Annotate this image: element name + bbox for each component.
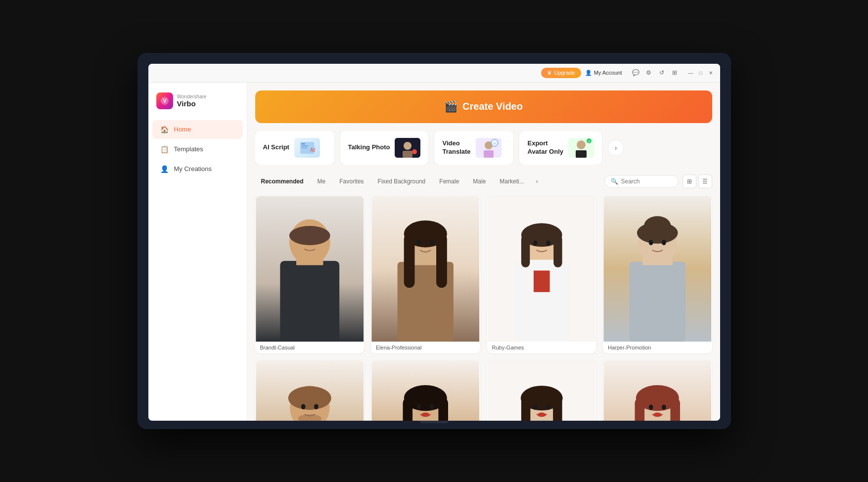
svg-point-60 bbox=[288, 386, 331, 410]
svg-point-73 bbox=[421, 412, 430, 417]
avatar-card-5[interactable] bbox=[255, 360, 365, 421]
app-body: V Wondershare Virbo 🏠 Home 📋 Templates bbox=[148, 83, 720, 421]
svg-point-55 bbox=[662, 240, 666, 245]
logo-area: V Wondershare Virbo bbox=[148, 88, 247, 119]
window-controls: — □ ✕ bbox=[687, 69, 714, 76]
filter-tab-recommended[interactable]: Recommended bbox=[255, 175, 310, 187]
svg-point-35 bbox=[417, 240, 421, 245]
refresh-icon[interactable]: ↺ bbox=[658, 69, 666, 77]
svg-rect-87 bbox=[642, 420, 673, 421]
avatar-name-brandt: Brandt-Casual bbox=[255, 342, 365, 353]
templates-icon: 📋 bbox=[160, 145, 169, 154]
svg-rect-77 bbox=[526, 420, 556, 421]
filter-tabs: Recommended Me Favorites Fixed Backgroun… bbox=[255, 175, 604, 187]
svg-point-62 bbox=[314, 404, 318, 409]
avatar-card-harper[interactable]: Harper-Promotion bbox=[603, 196, 712, 353]
chevron-right-icon: › bbox=[615, 144, 617, 152]
create-video-icon: 🎬 bbox=[444, 100, 457, 113]
titlebar-actions: ♛ Upgrade 👤 My Account 💬 ⚙ ↺ ⊞ — □ ✕ bbox=[541, 68, 714, 78]
svg-point-91 bbox=[649, 404, 653, 410]
svg-point-72 bbox=[430, 404, 434, 409]
home-icon: 🏠 bbox=[160, 125, 169, 134]
nav-templates-label: Templates bbox=[174, 145, 203, 153]
sidebar-item-home[interactable]: 🏠 Home bbox=[152, 120, 243, 139]
avatar-card-8[interactable] bbox=[603, 360, 712, 421]
view-toggle-buttons: ⊞ ☰ bbox=[683, 175, 712, 188]
export-avatar-label: ExportAvatar Only bbox=[527, 139, 563, 156]
avatar-card-elena[interactable]: Elena-Professional bbox=[371, 196, 480, 353]
feature-card-ai-script[interactable]: AI Script ABC bbox=[255, 131, 334, 165]
svg-rect-33 bbox=[404, 234, 415, 288]
avatar-img-8 bbox=[603, 360, 712, 421]
svg-point-36 bbox=[430, 240, 434, 245]
search-box: 🔍 bbox=[604, 175, 679, 188]
feature-card-video-translate[interactable]: VideoTranslate ↔ bbox=[434, 131, 513, 165]
maximize-button[interactable]: □ bbox=[697, 69, 704, 76]
message-icon[interactable]: 💬 bbox=[632, 69, 640, 77]
list-view-button[interactable]: ☰ bbox=[698, 175, 712, 188]
svg-text:ABC: ABC bbox=[310, 147, 315, 153]
svg-rect-18 bbox=[576, 150, 587, 158]
minimize-button[interactable]: — bbox=[687, 69, 694, 76]
sidebar-item-templates[interactable]: 📋 Templates bbox=[152, 140, 243, 159]
feature-card-export-avatar[interactable]: ExportAvatar Only ✓ bbox=[519, 131, 602, 165]
filter-more-button[interactable]: › bbox=[532, 175, 542, 187]
grid-icon[interactable]: ⊞ bbox=[671, 69, 679, 77]
filter-tab-female[interactable]: Female bbox=[433, 175, 465, 187]
svg-rect-70 bbox=[438, 398, 448, 421]
logo-product: Virbo bbox=[177, 99, 207, 108]
laptop-frame: ♛ Upgrade 👤 My Account 💬 ⚙ ↺ ⊞ — □ ✕ bbox=[137, 53, 731, 430]
svg-point-81 bbox=[533, 404, 537, 410]
svg-rect-44 bbox=[521, 235, 529, 267]
filter-tab-marketing[interactable]: Marketi... bbox=[494, 175, 530, 187]
close-button[interactable]: ✕ bbox=[707, 69, 714, 76]
svg-rect-80 bbox=[553, 397, 562, 421]
filter-tab-me[interactable]: Me bbox=[312, 175, 332, 187]
talking-photo-thumb bbox=[395, 138, 420, 158]
laptop-base bbox=[148, 420, 720, 429]
nav-home-label: Home bbox=[174, 126, 191, 133]
svg-rect-34 bbox=[436, 234, 447, 288]
svg-point-83 bbox=[537, 412, 546, 417]
feature-cards-row: AI Script ABC bbox=[255, 131, 712, 165]
svg-rect-3 bbox=[301, 143, 305, 144]
create-video-label: Create Video bbox=[462, 101, 523, 112]
svg-point-82 bbox=[546, 404, 550, 410]
svg-point-53 bbox=[644, 216, 671, 235]
svg-point-8 bbox=[404, 142, 411, 150]
talking-photo-label: Talking Photo bbox=[348, 143, 390, 152]
avatar-card-ruby[interactable]: Ruby-Games bbox=[487, 196, 596, 353]
svg-text:✓: ✓ bbox=[587, 139, 591, 144]
search-input[interactable] bbox=[621, 178, 671, 185]
svg-rect-89 bbox=[635, 398, 645, 421]
ai-script-thumb: ABC bbox=[294, 138, 320, 158]
feature-card-talking-photo[interactable]: Talking Photo bbox=[340, 131, 429, 165]
svg-rect-31 bbox=[411, 256, 441, 265]
logo-brand: Wondershare bbox=[177, 94, 207, 99]
avatar-card-brandt[interactable]: Brandt-Casual bbox=[255, 196, 365, 353]
avatar-card-7[interactable] bbox=[487, 360, 596, 421]
filter-tab-favorites[interactable]: Favorites bbox=[333, 175, 369, 187]
avatar-img-7 bbox=[487, 360, 596, 421]
svg-rect-13 bbox=[484, 150, 494, 158]
filter-tab-fixed-background[interactable]: Fixed Background bbox=[372, 175, 432, 187]
avatar-card-6[interactable] bbox=[371, 360, 480, 421]
upgrade-label: Upgrade bbox=[554, 70, 575, 76]
grid-view-button[interactable]: ⊞ bbox=[683, 175, 696, 188]
svg-point-71 bbox=[417, 404, 421, 409]
avatar-name-harper: Harper-Promotion bbox=[603, 342, 712, 353]
settings-icon[interactable]: ⚙ bbox=[645, 69, 653, 77]
upgrade-button[interactable]: ♛ Upgrade bbox=[541, 68, 581, 78]
avatar-img-5 bbox=[255, 360, 365, 421]
filter-tab-male[interactable]: Male bbox=[467, 175, 492, 187]
create-video-button[interactable]: 🎬 Create Video bbox=[255, 90, 712, 123]
feature-cards-next-button[interactable]: › bbox=[608, 140, 624, 156]
my-account-button[interactable]: 👤 My Account bbox=[585, 70, 622, 76]
svg-point-54 bbox=[649, 240, 653, 245]
avatar-img-6 bbox=[371, 360, 480, 421]
sidebar-item-my-creations[interactable]: 👤 My Creations bbox=[152, 160, 243, 178]
svg-rect-42 bbox=[528, 260, 555, 270]
svg-point-27 bbox=[289, 226, 330, 245]
svg-point-92 bbox=[662, 404, 666, 410]
avatar-img-brandt bbox=[255, 196, 365, 342]
